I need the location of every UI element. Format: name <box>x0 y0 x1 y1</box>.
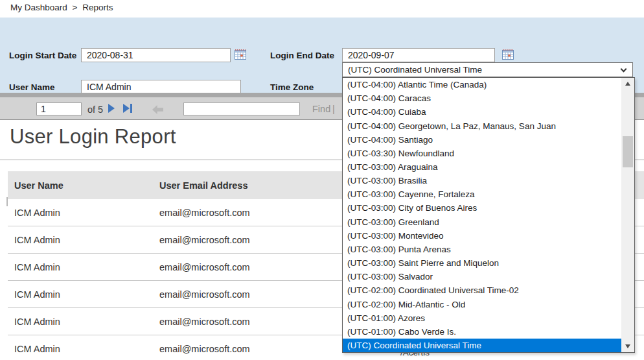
breadcrumb-separator: > <box>73 3 78 12</box>
scrollbar-thumb[interactable] <box>623 136 633 167</box>
breadcrumb: My Dashboard > Reports <box>10 3 116 12</box>
calendar-icon[interactable] <box>502 49 514 60</box>
login-end-date-input[interactable] <box>342 48 495 62</box>
timezone-option[interactable]: (UTC-03:00) Greenland <box>343 215 621 229</box>
timezone-option[interactable]: (UTC-03:30) Newfoundland <box>343 147 621 160</box>
time-zone-selected-value: (UTC) Coordinated Universal Time <box>348 65 482 75</box>
timezone-dropdown-list: (UTC-04:00) Atlantic Time (Canada)(UTC-0… <box>343 78 621 352</box>
timezone-option[interactable]: (UTC-04:00) Atlantic Time (Canada) <box>343 78 621 91</box>
timezone-option[interactable]: (UTC-03:00) Araguaina <box>343 160 621 174</box>
login-end-date-label: Login End Date <box>270 51 334 60</box>
find-text-input[interactable] <box>183 102 300 115</box>
cell-user-name: ICM Admin <box>8 235 159 245</box>
timezone-option[interactable]: (UTC-03:00) Montevideo <box>343 229 621 243</box>
timezone-option[interactable]: (UTC-03:00) Salvador <box>343 270 621 283</box>
cell-user-name: ICM Admin <box>8 317 159 327</box>
login-start-date-label: Login Start Date <box>9 51 76 60</box>
timezone-option[interactable]: (UTC-02:00) Coordinated Universal Time-0… <box>343 283 621 297</box>
timezone-option[interactable]: (UTC-04:00) Cuiaba <box>343 105 621 119</box>
calendar-icon[interactable] <box>235 49 246 60</box>
user-name-label: User Name <box>9 82 55 92</box>
timezone-option[interactable]: (UTC-04:00) Caracas <box>343 91 621 105</box>
cell-user-name: ICM Admin <box>8 344 159 354</box>
scroll-down-icon[interactable] <box>621 341 634 352</box>
breadcrumb-link-dashboard[interactable]: My Dashboard <box>10 3 67 12</box>
login-start-date-input[interactable] <box>81 48 231 62</box>
find-separator: | <box>332 104 335 114</box>
timezone-option[interactable]: (UTC-04:00) Santiago <box>343 133 621 147</box>
cell-user-name: ICM Admin <box>8 208 159 218</box>
timezone-option[interactable]: (UTC-03:00) Brasilia <box>343 174 621 187</box>
timezone-option[interactable]: (UTC-01:00) Azores <box>343 311 621 325</box>
cell-user-name: ICM Admin <box>8 262 159 272</box>
timezone-option[interactable]: (UTC-03:00) City of Buenos Aires <box>343 201 621 215</box>
timezone-dropdown: (UTC-04:00) Atlantic Time (Canada)(UTC-0… <box>342 77 635 353</box>
chevron-down-icon <box>621 66 627 73</box>
page-count-label: of 5 <box>87 104 103 115</box>
column-header-user-name: User Name <box>8 180 159 191</box>
timezone-option[interactable]: (UTC-03:00) Punta Arenas <box>343 243 621 256</box>
user-name-input[interactable] <box>81 80 241 94</box>
breadcrumb-current-reports: Reports <box>82 3 113 12</box>
timezone-option[interactable]: (UTC-02:00) Mid-Atlantic - Old <box>343 298 621 311</box>
timezone-option[interactable]: (UTC-01:00) Cabo Verde Is. <box>343 325 621 339</box>
next-page-icon[interactable] <box>108 104 115 113</box>
last-page-icon[interactable] <box>123 104 132 113</box>
timezone-option[interactable]: (UTC-04:00) Georgetown, La Paz, Manaus, … <box>343 119 621 132</box>
timezone-option[interactable]: (UTC-03:00) Saint Pierre and Miquelon <box>343 256 621 270</box>
cell-user-name: ICM Admin <box>8 289 159 300</box>
page-number-input[interactable] <box>36 102 82 115</box>
dropdown-scrollbar[interactable] <box>621 78 634 352</box>
time-zone-label: Time Zone <box>270 82 314 92</box>
timezone-option[interactable]: (UTC-03:00) Cayenne, Fortaleza <box>343 187 621 201</box>
page-title: User Login Report <box>10 125 176 149</box>
scroll-up-icon[interactable] <box>621 78 634 90</box>
time-zone-select[interactable]: (UTC) Coordinated Universal Time <box>342 62 633 77</box>
find-button[interactable]: Find <box>312 104 330 114</box>
timezone-option[interactable]: (UTC) Coordinated Universal Time <box>343 339 621 352</box>
